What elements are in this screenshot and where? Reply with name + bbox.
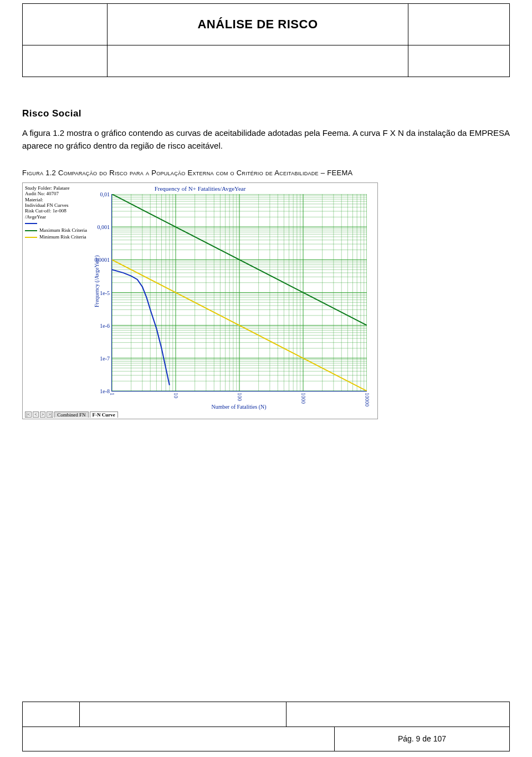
legend-swatch-company bbox=[25, 223, 37, 224]
chart-meta: Study Folder: Palatare Audit No: 40707 M… bbox=[25, 185, 90, 220]
y-tick: 0,0001 bbox=[89, 257, 110, 263]
chart-legend: Maximum Risk Criteria Minimum Risk Crite… bbox=[25, 220, 90, 241]
x-tick: 1000 bbox=[300, 393, 306, 404]
x-axis-label: Number of Fatalities (N) bbox=[111, 404, 366, 410]
tab-prev-button[interactable]: < bbox=[33, 411, 39, 418]
x-tick: 1 bbox=[109, 393, 115, 395]
fn-curve-chart: Frequency of N+ Fatalities/AvgeYear Stud… bbox=[22, 182, 378, 419]
document-page: ANÁLISE DE RISCO Risco Social A figura 1… bbox=[0, 3, 532, 757]
caption-prefix: Figura 1.2 bbox=[22, 169, 58, 177]
legend-swatch-min bbox=[25, 237, 37, 238]
tab-combined[interactable]: Combined FN bbox=[54, 411, 88, 418]
header-table-row2 bbox=[22, 45, 510, 77]
footer-table-row2: Pág. 9 de 107 bbox=[22, 726, 510, 751]
footer-table-row1 bbox=[22, 702, 510, 727]
x-tick: 100 bbox=[237, 393, 243, 401]
page-number: Pág. 9 de 107 bbox=[335, 726, 510, 751]
legend-swatch-max bbox=[25, 230, 37, 231]
header-right-cell bbox=[408, 4, 510, 45]
caption-text: Comparação do Risco para a População Ext… bbox=[58, 169, 352, 177]
tab-fncurve[interactable]: F-N Curve bbox=[90, 411, 118, 418]
header-table: ANÁLISE DE RISCO bbox=[22, 3, 510, 45]
body-paragraph: A figura 1.2 mostra o gráfico contendo a… bbox=[22, 127, 510, 152]
section-heading: Risco Social bbox=[22, 108, 510, 119]
y-tick: 0,01 bbox=[89, 191, 110, 197]
chart-tabs: |< < > >| Combined FN F-N Curve bbox=[25, 411, 118, 418]
figure-caption: Figura 1.2 Comparação do Risco para a Po… bbox=[22, 169, 510, 177]
y-tick: 1e-7 bbox=[89, 355, 110, 361]
header-left-cell bbox=[23, 4, 108, 45]
y-tick: 0,001 bbox=[89, 224, 110, 230]
tab-next-button[interactable]: > bbox=[40, 411, 46, 418]
y-tick: 1e-8 bbox=[89, 388, 110, 394]
document-title: ANÁLISE DE RISCO bbox=[108, 4, 408, 45]
tab-first-button[interactable]: |< bbox=[25, 411, 32, 418]
y-tick: 1e-6 bbox=[89, 322, 110, 328]
y-tick: 1e-5 bbox=[89, 289, 110, 296]
tab-last-button[interactable]: >| bbox=[47, 411, 53, 418]
y-axis-label: Frequency (/AvgeYear) bbox=[94, 183, 100, 380]
x-tick: 10 bbox=[173, 393, 179, 398]
plot-area: 0,010,0010,00011e-51e-61e-71e-8110100100… bbox=[111, 194, 367, 392]
